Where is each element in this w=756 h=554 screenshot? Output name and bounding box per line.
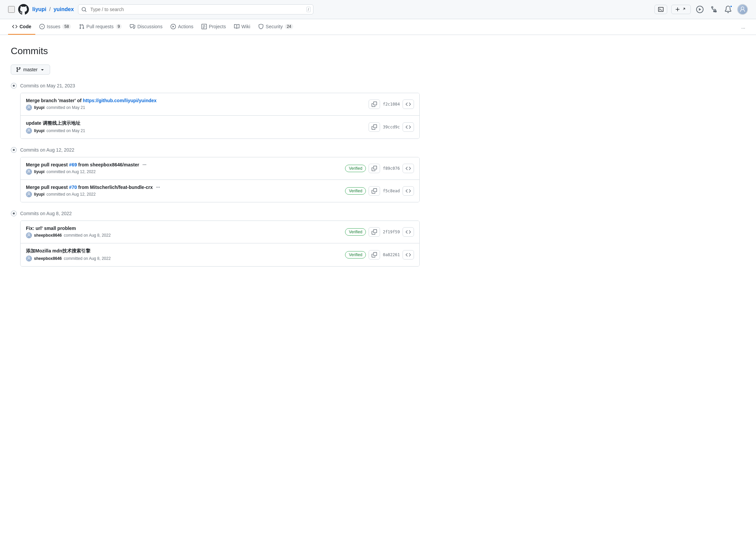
commit-author[interactable]: sheepbox8646 [34,256,62,261]
commit-list: Fix: url' small problemsheepbox8646commi… [20,221,420,267]
commit-author-avatar [26,232,32,238]
commit-date: committed on Aug 12, 2022 [46,169,96,174]
commit-author-avatar [26,169,32,175]
commit-message: Fix: url' small problem [26,226,345,231]
commit-author[interactable]: liyupi [34,169,44,174]
commit-author[interactable]: liyupi [34,105,44,110]
tab-wiki[interactable]: Wiki [230,19,254,35]
tab-security[interactable]: Security 24 [254,19,297,35]
tab-actions[interactable]: Actions [166,19,197,35]
commit-list: Merge pull request #69 from sheepbox8646… [20,157,420,202]
commit-author[interactable]: liyupi [34,192,44,197]
commit-group-header: Commits on Aug 12, 2022 [11,147,420,153]
git-compare-button[interactable] [709,4,719,14]
commit-author-avatar [26,191,32,197]
commit-date: committed on Aug 8, 2022 [64,233,111,238]
commit-hash: f89c076 [383,166,400,171]
commit-ellipsis[interactable]: ··· [155,185,160,190]
tab-discussions[interactable]: Discussions [126,19,166,35]
commit-item: Fix: url' small problemsheepbox8646commi… [21,221,419,243]
main-content: Commits master Commits on May 21, 2023Me… [0,35,430,285]
tab-code[interactable]: Code [8,19,35,35]
commit-message-link[interactable]: #69 [69,162,77,167]
search-slash-icon: / [306,7,311,12]
terminal-button[interactable] [654,5,667,14]
nav-more-button[interactable]: ... [739,19,748,34]
commit-group-date: Commits on Aug 12, 2022 [20,147,74,153]
avatar[interactable] [737,4,748,15]
copy-hash-button[interactable] [369,186,380,196]
timeline-dot [11,83,17,89]
commit-author[interactable]: liyupi [34,128,44,133]
search-icon [81,6,87,12]
new-button[interactable] [671,5,691,14]
browse-repo-button[interactable] [403,164,414,173]
commit-author[interactable]: sheepbox8646 [34,233,62,238]
verified-badge[interactable]: Verified [345,228,366,236]
copy-hash-button[interactable] [369,122,380,132]
tab-issues[interactable]: Issues 58 [35,19,75,35]
copy-hash-button[interactable] [369,164,380,173]
page-title: Commits [11,46,420,56]
verified-badge[interactable]: Verified [345,187,366,195]
browse-repo-button[interactable] [403,227,414,237]
verified-badge[interactable]: Verified [345,165,366,172]
commit-message: 添加Mozilla mdn技术搜索引擎 [26,248,345,254]
commit-list: Merge branch 'master' of https://github.… [20,93,420,139]
commit-hash: f5c8ead [383,189,400,193]
copy-hash-button[interactable] [369,250,380,260]
commit-group-header: Commits on Aug 8, 2022 [11,210,420,216]
commit-date: committed on May 21 [46,128,85,133]
commit-hash: 0a82261 [383,252,400,257]
browse-repo-button[interactable] [403,250,414,260]
commit-group: Commits on Aug 12, 2022Merge pull reques… [11,147,420,202]
browse-repo-button[interactable] [403,100,414,109]
actions-button[interactable] [695,4,705,14]
commit-message: Merge branch 'master' of https://github.… [26,98,369,103]
browse-repo-button[interactable] [403,186,414,196]
commit-item: Merge branch 'master' of https://github.… [21,93,419,116]
commit-message: update 调整线上演示地址 [26,120,369,126]
commit-message: Merge pull request #70 from Mitscherlich… [26,185,345,190]
copy-hash-button[interactable] [369,100,380,109]
commit-date: committed on May 21 [46,105,85,110]
repo-link[interactable]: yuindex [53,6,74,12]
commit-group-date: Commits on May 21, 2023 [20,83,75,88]
copy-hash-button[interactable] [369,227,380,237]
branch-icon [16,67,21,72]
timeline-dot [11,147,17,153]
commit-author-avatar [26,255,32,262]
commit-hash: f2c1084 [383,102,400,107]
security-badge: 24 [285,24,293,29]
browse-repo-button[interactable] [403,122,414,132]
tab-projects[interactable]: Projects [197,19,230,35]
search-input[interactable] [78,4,313,14]
commit-group: Commits on Aug 8, 2022Fix: url' small pr… [11,210,420,267]
commit-ellipsis[interactable]: ··· [141,162,147,167]
repo-path: liyupi / yuindex [32,6,74,12]
commit-date: committed on Aug 8, 2022 [64,256,111,261]
commit-message-link[interactable]: #70 [69,185,77,190]
branch-name: master [23,67,38,72]
notifications-button[interactable] [723,4,733,14]
menu-button[interactable] [8,6,15,13]
github-logo [18,4,29,15]
owner-link[interactable]: liyupi [32,6,46,12]
commits-container: Commits on May 21, 2023Merge branch 'mas… [11,83,420,267]
pr-badge: 9 [116,24,122,29]
commit-hash: 39ccd9c [383,125,400,129]
commit-message: Merge pull request #69 from sheepbox8646… [26,162,345,167]
search-bar: / [78,4,313,14]
repo-nav: Code Issues 58 Pull requests 9 Discussio… [0,19,756,35]
commit-item: Merge pull request #70 from Mitscherlich… [21,180,419,202]
commit-item: Merge pull request #69 from sheepbox8646… [21,157,419,180]
notification-dot [730,5,732,8]
issues-badge: 58 [62,24,71,29]
chevron-down-icon [40,67,45,72]
commit-date: committed on Aug 12, 2022 [46,192,96,197]
commit-hash: 2f19f59 [383,230,400,234]
verified-badge[interactable]: Verified [345,251,366,259]
tab-pull-requests[interactable]: Pull requests 9 [75,19,126,35]
branch-selector[interactable]: master [11,65,50,75]
commit-message-link[interactable]: https://github.com/liyupi/yuindex [83,98,156,103]
